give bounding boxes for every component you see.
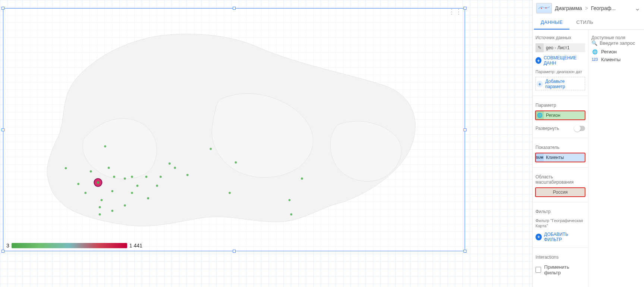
plus-icon: + [535, 234, 542, 240]
add-filter-button[interactable]: + ДОБАВИТЬ ФИЛЬТР [535, 232, 585, 242]
checkbox[interactable] [535, 267, 541, 273]
svg-point-3 [77, 183, 79, 185]
search-icon: 🔍 [591, 40, 597, 46]
properties-sidebar: Диаграмма > Географ... ⌄ ДАННЫЕ СТИЛЬ Ис… [532, 0, 644, 287]
more-options-icon[interactable]: ⋮⋮ [448, 10, 462, 13]
apply-filter-checkbox-row[interactable]: Применить фильтр [535, 264, 585, 275]
field-search-input[interactable] [600, 40, 641, 46]
pencil-icon: ✎ [535, 43, 544, 52]
color-legend: 3 1 441 [6, 243, 142, 249]
svg-point-11 [99, 206, 101, 208]
zoom-area-label: Область масштабирования [535, 174, 585, 185]
svg-point-4 [84, 192, 87, 194]
add-param-button[interactable]: + Добавьте параметр [537, 79, 584, 89]
canvas-area[interactable]: ⋮⋮ 3 1 441 [0, 0, 532, 287]
svg-point-26 [210, 148, 212, 150]
resize-handle[interactable] [1, 128, 4, 131]
svg-point-31 [301, 178, 303, 180]
svg-point-21 [156, 185, 158, 187]
interactions-label: Interactions [535, 255, 585, 260]
svg-point-29 [288, 199, 290, 201]
svg-point-19 [145, 176, 147, 178]
available-fields-label: Доступные поля [591, 35, 641, 40]
chart-type-thumb-icon[interactable] [536, 3, 552, 13]
dimension-label: Параметр [535, 103, 585, 108]
svg-point-16 [131, 192, 133, 194]
chevron-down-icon[interactable]: ⌄ [635, 4, 640, 12]
data-config-panel: Источник данных ✎ geo - Лист1 + СОВМЕЩЕН… [533, 30, 588, 287]
dimension-chip[interactable]: 🌐 Регион [535, 111, 585, 120]
number-icon: 123 [591, 57, 598, 62]
breadcrumb[interactable]: Диаграмма > Географ... [555, 5, 632, 11]
resize-handle[interactable] [464, 128, 466, 131]
svg-point-7 [108, 167, 110, 169]
resize-handle[interactable] [233, 250, 236, 253]
chart-selection-frame[interactable]: ⋮⋮ 3 1 441 [3, 8, 465, 251]
svg-point-6 [104, 145, 106, 147]
filter-desc: Фильтр "Географическая Карта" [535, 218, 585, 229]
field-clients[interactable]: 123 Клиенты [591, 57, 641, 62]
field-search[interactable]: 🔍 [591, 40, 641, 46]
data-source-label: Источник данных [535, 35, 585, 40]
drilldown-toggle[interactable] [574, 126, 585, 131]
svg-point-20 [147, 197, 149, 199]
svg-point-28 [235, 161, 237, 163]
metric-chip[interactable]: SUM Клиенты [535, 153, 585, 162]
resize-handle[interactable] [464, 250, 466, 253]
globe-icon: 🌐 [591, 49, 598, 54]
filter-label: Фильтр [535, 209, 585, 214]
svg-point-27 [229, 192, 231, 194]
svg-point-12 [99, 213, 101, 216]
available-fields-panel: Доступные поля 🔍 🌐 Регион 123 Клиенты [588, 30, 644, 287]
svg-point-13 [111, 210, 113, 212]
drilldown-label: Развернуть [535, 126, 559, 131]
svg-point-2 [65, 167, 67, 169]
svg-point-8 [113, 176, 115, 178]
legend-gradient [12, 243, 127, 248]
svg-point-30 [290, 213, 292, 216]
globe-icon: 🌐 [535, 111, 544, 120]
svg-point-1 [97, 181, 99, 184]
svg-point-15 [131, 176, 133, 178]
geo-map-chart[interactable] [6, 14, 462, 236]
svg-point-9 [111, 190, 113, 192]
agg-badge: SUM [535, 153, 544, 162]
add-param-dropzone[interactable]: + Добавьте параметр [535, 77, 585, 90]
resize-handle[interactable] [233, 7, 236, 10]
resize-handle[interactable] [1, 7, 4, 10]
svg-point-5 [90, 170, 92, 172]
field-region[interactable]: 🌐 Регион [591, 49, 641, 54]
zoom-area-chip[interactable]: Россия [535, 188, 585, 197]
date-range-label: Параметр: диапазон дат [535, 69, 585, 74]
sidebar-header: Диаграмма > Географ... ⌄ [533, 0, 644, 16]
svg-point-25 [186, 174, 189, 176]
svg-point-10 [101, 199, 103, 201]
tab-style[interactable]: СТИЛЬ [569, 16, 600, 29]
resize-handle[interactable] [1, 250, 4, 253]
blend-data-button[interactable]: + СОВМЕЩЕНИЕ ДАНН [535, 55, 585, 66]
svg-point-14 [124, 178, 126, 180]
svg-point-24 [174, 167, 176, 169]
tab-data[interactable]: ДАННЫЕ [534, 16, 569, 29]
svg-point-33 [546, 7, 547, 9]
svg-point-17 [124, 205, 126, 207]
resize-handle[interactable] [464, 7, 466, 10]
plus-icon: + [535, 57, 541, 64]
plus-icon: + [537, 81, 543, 87]
data-source-chip[interactable]: ✎ geo - Лист1 [535, 43, 585, 52]
metric-label: Показатель [535, 145, 585, 150]
svg-point-18 [136, 185, 138, 187]
svg-point-22 [160, 176, 162, 178]
legend-min: 3 [6, 243, 9, 249]
svg-point-32 [541, 8, 542, 9]
legend-max: 1 441 [129, 243, 142, 249]
sidebar-tabs: ДАННЫЕ СТИЛЬ [533, 16, 644, 30]
svg-point-23 [169, 162, 171, 165]
